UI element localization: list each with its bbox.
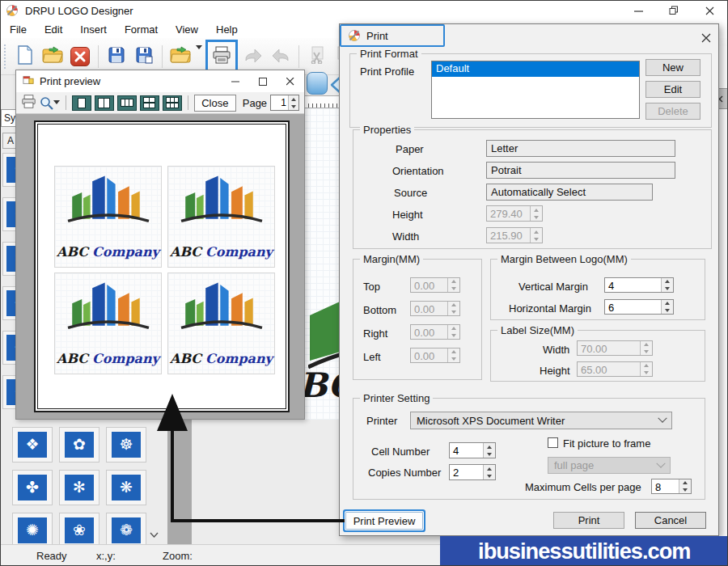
menu-item-insert[interactable]: Insert	[71, 23, 116, 36]
spin-up-icon[interactable]	[484, 465, 495, 472]
symbol-tile[interactable]: ❁	[106, 513, 146, 544]
margin-left-spinner: 0.00	[410, 348, 460, 363]
preview-content: ABCCompany ABCCompany ABCCompany ABCComp…	[16, 114, 304, 419]
minimize-button[interactable]	[620, 1, 656, 20]
one-page-button[interactable]	[72, 95, 91, 111]
paper-label: Paper	[396, 143, 424, 155]
three-page-button[interactable]	[117, 95, 137, 111]
spin-down-icon[interactable]	[484, 450, 495, 458]
preview-close-button[interactable]	[277, 70, 304, 92]
spin-down-icon	[531, 213, 542, 221]
preview-maximize-button[interactable]	[249, 70, 277, 92]
margin-bottom-spinner: 0.00	[410, 301, 460, 316]
spin-up-icon	[641, 341, 652, 348]
scale-select: full page	[548, 457, 671, 474]
cut-icon	[309, 46, 325, 67]
profile-listbox[interactable]: Default	[431, 61, 640, 119]
symbol-tile[interactable]: ✤	[12, 470, 53, 505]
spin-up-icon[interactable]	[662, 278, 673, 285]
spin-up-icon[interactable]	[679, 479, 691, 487]
symbol-tile[interactable]: ❋	[106, 470, 146, 505]
vertical-margin-spinner[interactable]: 4	[604, 277, 674, 293]
orientation-field: Potrait	[486, 162, 675, 179]
spin-down-icon[interactable]	[662, 285, 673, 293]
restore-button[interactable]	[656, 1, 692, 20]
six-page-button[interactable]	[163, 95, 182, 111]
cancel-button[interactable]: Cancel	[635, 512, 706, 529]
edit-button[interactable]: Edit	[645, 81, 700, 98]
company-logo-graphic	[66, 173, 150, 223]
copies-number-spinner[interactable]: 2	[449, 464, 496, 480]
open-button[interactable]	[40, 43, 65, 70]
app-icon	[6, 4, 19, 17]
properties-group: Properties Paper Letter Orientation Potr…	[353, 129, 712, 249]
profile-item-default[interactable]: Default	[432, 61, 639, 77]
chevron-down-icon	[196, 45, 202, 66]
margin-right-spinner: 0.00	[410, 324, 460, 340]
symbol-tile[interactable]: ☸	[106, 427, 146, 463]
scroll-down-icon[interactable]	[150, 526, 159, 541]
preview-close-toolbar-button[interactable]: Close	[194, 95, 236, 112]
fit-picture-checkbox[interactable]	[548, 437, 558, 448]
menu-item-edit[interactable]: Edit	[36, 23, 71, 36]
print-format-group: Print Format Print Profile Default New E…	[349, 53, 712, 128]
save-as-button[interactable]	[132, 43, 156, 70]
spin-down-icon	[448, 309, 459, 316]
preview-minimize-button[interactable]	[222, 70, 249, 92]
paper-width-value: 215.90	[487, 228, 530, 243]
menu-item-format[interactable]: Format	[116, 23, 167, 36]
print-format-label: Print Format	[357, 48, 421, 60]
app-window: DRPU LOGO Designer File Edit Insert Form…	[0, 0, 728, 566]
paper-height-value: 279.40	[487, 206, 530, 221]
status-coords: x:,y:	[96, 550, 116, 562]
menu-item-view[interactable]: View	[167, 23, 207, 36]
symbol-tile[interactable]: ❖	[12, 427, 53, 463]
symbol-tile[interactable]: ✺	[12, 513, 53, 544]
spin-up-icon[interactable]	[484, 443, 495, 450]
spin-up-icon	[641, 362, 652, 370]
save-icon	[108, 46, 125, 67]
close-button[interactable]	[692, 1, 727, 20]
paper-width-spinner: 215.90	[486, 227, 543, 243]
spin-up-icon[interactable]	[662, 300, 673, 307]
close-file-button[interactable]	[68, 43, 92, 70]
import-button[interactable]	[168, 43, 193, 70]
close-file-icon	[70, 47, 90, 66]
window-title: DRPU LOGO Designer	[25, 5, 133, 17]
symbol-tile[interactable]: ❀	[59, 513, 99, 544]
symbol-tile[interactable]: ✻	[59, 470, 99, 505]
menu-item-help[interactable]: Help	[207, 23, 247, 36]
import-dropdown-button[interactable]	[196, 49, 202, 64]
preview-print-button[interactable]	[21, 95, 36, 112]
spin-down-icon[interactable]	[679, 487, 691, 494]
spin-down-icon[interactable]	[484, 472, 495, 479]
spin-up-icon[interactable]	[289, 95, 298, 103]
undo-icon	[243, 47, 264, 66]
four-page-button[interactable]	[140, 95, 159, 111]
logo-text-company: Company	[92, 351, 159, 366]
zoom-tool-button[interactable]	[307, 72, 328, 95]
max-cells-spinner[interactable]: 8	[651, 479, 692, 494]
zoom-dropdown-button[interactable]	[40, 96, 60, 110]
print-preview-button[interactable]: Print Preview	[345, 512, 423, 530]
save-button[interactable]	[104, 43, 129, 70]
menu-item-file[interactable]: File	[1, 23, 36, 36]
cell-number-spinner[interactable]: 4	[449, 442, 496, 458]
label-width-spinner: 70.00	[577, 340, 653, 356]
print-submit-button[interactable]: Print	[553, 512, 624, 529]
logo-text-company: Company	[92, 244, 159, 260]
horizontal-margin-spinner[interactable]: 6	[604, 299, 674, 315]
dialog-close-button[interactable]	[698, 30, 714, 46]
page-spinner[interactable]: 1	[270, 95, 299, 111]
new-button[interactable]: New	[645, 59, 700, 76]
print-button[interactable]	[210, 43, 234, 70]
open-folder-icon	[42, 46, 63, 67]
label-height-label: Height	[540, 365, 570, 377]
new-document-button[interactable]	[13, 43, 37, 70]
printer-select[interactable]: Microsoft XPS Document Writer	[410, 412, 672, 429]
symbol-tile[interactable]: ✿	[59, 427, 99, 463]
spin-down-icon[interactable]	[662, 307, 673, 315]
spin-down-icon[interactable]	[289, 103, 298, 110]
preview-page: ABCCompany ABCCompany ABCCompany ABCComp…	[34, 120, 290, 412]
two-page-button[interactable]	[95, 95, 114, 111]
